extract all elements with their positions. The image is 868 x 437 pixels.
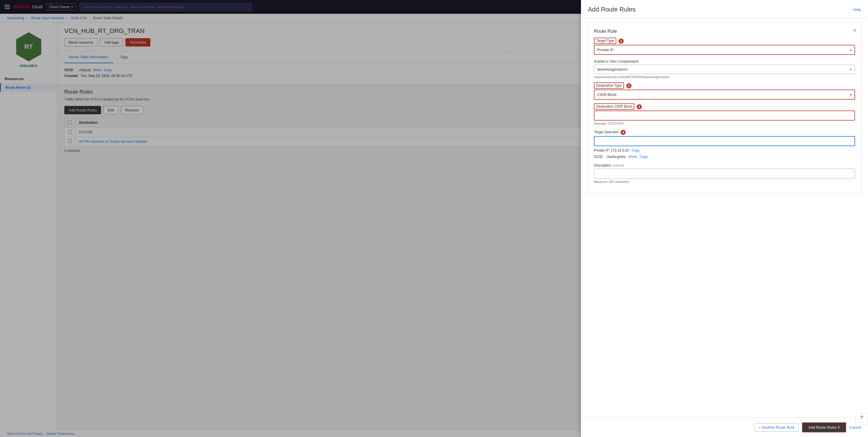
private-ip-value: 172.16.0.20 [611, 149, 629, 153]
ocid-info: OCID: ...6ad4cyjmka Show Copy [594, 155, 855, 159]
target-type-select-wrapper: Private IP [594, 45, 855, 55]
destination-cidr-input[interactable]: 172.16.3.0/24 [594, 111, 855, 121]
close-card-button[interactable]: × [853, 28, 856, 34]
panel-title: Add Route Rules [588, 6, 636, 13]
private-ip-info: Private IP: 172.16.0.20 Copy [594, 149, 855, 153]
ocid-field-value: ...6ad4cyjmka [604, 155, 626, 159]
target-type-select[interactable]: Private IP [594, 45, 855, 55]
add-route-rules-panel: Add Route Rules Help Route Rule × Target… [581, 0, 868, 436]
target-selection-group: Target Selection 4 172.16.0.20 Private I… [594, 130, 855, 159]
panel-footer: + Another Route Rule Add Route Rules 5 C… [581, 417, 868, 436]
target-selection-input[interactable]: 172.16.0.20 [594, 136, 855, 146]
target-type-group: Target Type 1 Private IP [594, 38, 855, 55]
destination-type-select[interactable]: CIDR Block [594, 90, 855, 100]
target-selection-label: Target Selection 4 [594, 130, 855, 135]
ocid-copy-link-field[interactable]: Copy [640, 155, 648, 159]
destination-cidr-label: Destination CIDR Block 3 [594, 104, 855, 110]
destination-type-select-wrapper: CIDR Block [594, 90, 855, 100]
subnet-compartment-select-wrapper: IwanHoogendoorn [594, 65, 855, 74]
subnet-compartment-label: Subnet or Vlan Compartment [594, 59, 855, 63]
cancel-button[interactable]: Cancel [849, 425, 861, 430]
destination-type-group: Destination Type 2 CIDR Block [594, 83, 855, 100]
subnet-compartment-hint: oraseemeaocids (root)/NETWORK/IwanHoogen… [594, 75, 855, 79]
description-hint: Maximum 255 characters [594, 180, 855, 184]
another-route-rule-button[interactable]: + Another Route Rule [754, 423, 799, 432]
description-input[interactable] [594, 168, 855, 179]
help-float-icon: ? [860, 415, 863, 421]
target-type-label: Target Type 1 [594, 38, 855, 44]
destination-cidr-hint: Example: 10.0.0.0/24 [594, 122, 855, 125]
help-float-button[interactable]: ? ::::: [856, 413, 868, 426]
route-rule-card: Route Rule × Target Type 1 Private IP Su… [588, 23, 861, 194]
footer-actions: + Another Route Rule Add Route Rules 5 C… [754, 423, 861, 432]
description-group: Description Optional Maximum 255 charact… [594, 163, 855, 184]
panel-body: Route Rule × Target Type 1 Private IP Su… [581, 18, 868, 417]
private-ip-copy-link[interactable]: Copy [631, 149, 640, 153]
destination-type-label: Destination Type 2 [594, 83, 855, 88]
submit-route-rules-button[interactable]: Add Route Rules 5 [802, 423, 846, 432]
subnet-compartment-select[interactable]: IwanHoogendoorn [594, 65, 855, 74]
subnet-compartment-group: Subnet or Vlan Compartment IwanHoogendoo… [594, 59, 855, 79]
description-label: Description Optional [594, 163, 855, 167]
private-ip-label: Private IP: [594, 149, 610, 153]
ocid-show-link[interactable]: Show [628, 155, 637, 159]
destination-cidr-group: Destination CIDR Block 3 172.16.3.0/24 E… [594, 104, 855, 125]
route-rule-card-title: Route Rule [594, 29, 855, 34]
ocid-field-label: OCID: [594, 155, 603, 159]
panel-help-link[interactable]: Help [854, 7, 861, 12]
panel-header: Add Route Rules Help [581, 0, 868, 18]
optional-label: Optional [612, 164, 624, 167]
